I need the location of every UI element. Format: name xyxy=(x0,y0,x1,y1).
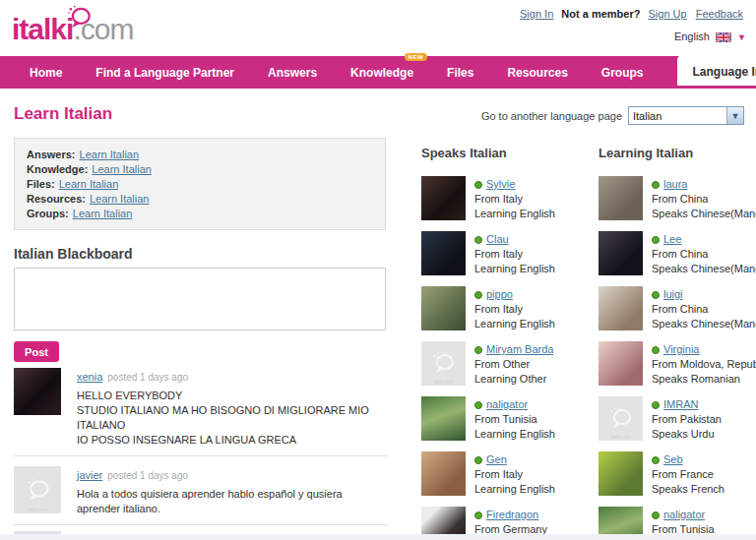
quick-link-groups[interactable]: Learn Italian xyxy=(73,208,133,219)
nav-item-knowledge[interactable]: KnowledgeNEW xyxy=(350,66,413,80)
language-page-selected: Italian xyxy=(629,110,662,122)
account-links: Sign In Not a member? Sign Up Feedback xyxy=(517,8,746,20)
site-logo[interactable]: italki.com xyxy=(12,6,133,53)
member-name-link[interactable]: pippo xyxy=(486,287,513,302)
post-author-link[interactable]: javier xyxy=(77,469,102,481)
member-name-link[interactable]: Miryam Barda xyxy=(486,342,553,357)
chevron-down-icon: ▼ xyxy=(737,32,746,42)
post-item: xeniaposted 1 days ago HELLO EVERYBODY S… xyxy=(14,368,388,456)
member-row: SebFrom FranceSpeaks French xyxy=(598,451,756,497)
avatar[interactable] xyxy=(421,176,466,220)
member-name-link[interactable]: Sylvie xyxy=(486,177,515,192)
member-name-link[interactable]: Firedragon xyxy=(486,508,538,522)
tab-language-index[interactable]: Language Index xyxy=(677,55,756,86)
member-detail: Learning English xyxy=(474,262,555,276)
member-from: From Tunisia xyxy=(474,412,555,427)
blackboard-compose-input[interactable] xyxy=(14,268,386,330)
post-timestamp: posted 1 days ago xyxy=(107,470,188,481)
member-from: From France xyxy=(652,467,724,482)
nav-item-groups[interactable]: Groups xyxy=(601,66,644,80)
member-name-link[interactable]: laura xyxy=(663,177,687,192)
member-from: From Pakistan xyxy=(652,412,722,427)
quick-link-category: Knowledge: xyxy=(27,163,88,175)
quick-link-row: Knowledge:Learn Italian xyxy=(27,162,373,177)
member-name-link[interactable]: Virginia xyxy=(663,342,700,357)
feedback-link[interactable]: Feedback xyxy=(696,8,743,20)
main-nav: Home Find a Language Partner Answers Kno… xyxy=(0,56,756,89)
member-from: From China xyxy=(652,247,756,262)
quick-link-row: Resources:Learn Italian xyxy=(27,192,373,207)
sign-in-link[interactable]: Sign In xyxy=(520,8,553,20)
post-meta: xeniaposted 1 days ago xyxy=(77,370,388,385)
online-status-icon xyxy=(652,346,660,354)
member-info: Miryam BardaFrom OtherLearning Other xyxy=(474,341,553,387)
member-name-link[interactable]: naligator xyxy=(663,508,705,522)
quick-link-resources[interactable]: Learn Italian xyxy=(90,193,150,205)
avatar[interactable] xyxy=(598,451,643,496)
member-detail: Learning English xyxy=(474,427,555,442)
avatar[interactable]: italki.com xyxy=(598,396,643,441)
nav-item-answers[interactable]: Answers xyxy=(268,66,317,80)
nav-item-resources[interactable]: Resources xyxy=(507,66,567,80)
site-language-label: English xyxy=(674,30,710,42)
online-status-icon xyxy=(474,236,482,244)
member-name-link[interactable]: Lee xyxy=(663,232,681,247)
avatar[interactable]: italki.com xyxy=(421,341,466,386)
avatar[interactable] xyxy=(421,231,466,275)
avatar[interactable]: italki.com xyxy=(14,466,61,513)
quick-link-row: Answers:Learn Italian xyxy=(27,148,373,162)
quick-link-category: Answers: xyxy=(27,149,76,160)
member-from: From China xyxy=(652,302,756,317)
member-detail: Learning English xyxy=(474,207,555,221)
placeholder-logo-text: italki.com xyxy=(598,434,643,440)
avatar[interactable] xyxy=(421,396,466,441)
goto-language: Go to another language page Italian ▼ xyxy=(481,106,744,125)
online-status-icon xyxy=(652,291,660,299)
avatar[interactable] xyxy=(598,176,643,220)
member-name-link[interactable]: Clau xyxy=(486,232,509,247)
avatar[interactable] xyxy=(598,286,643,330)
member-detail: Learning Other xyxy=(474,372,553,387)
quick-link-knowledge[interactable]: Learn Italian xyxy=(92,163,152,175)
member-name-link[interactable]: IMRAN xyxy=(663,397,698,412)
avatar[interactable] xyxy=(14,368,61,415)
avatar[interactable] xyxy=(598,341,643,386)
logo-brand: italki xyxy=(12,13,73,45)
post-button[interactable]: Post xyxy=(14,341,59,362)
member-name-link[interactable]: Gen xyxy=(486,452,507,467)
avatar[interactable] xyxy=(421,451,466,496)
nav-item-find-partner[interactable]: Find a Language Partner xyxy=(95,66,234,80)
learning-italian-column: Learning Italian lauraFrom ChinaSpeaks C… xyxy=(598,146,756,540)
member-row: italki.comIMRANFrom PakistanSpeaks Urdu xyxy=(598,396,756,442)
quick-link-answers[interactable]: Learn Italian xyxy=(80,149,140,160)
member-info: naligatorFrom TunisiaLearning English xyxy=(474,396,555,442)
online-status-icon xyxy=(652,511,660,519)
member-info: IMRANFrom PakistanSpeaks Urdu xyxy=(652,396,722,442)
nav-items: Home Find a Language Partner Answers Kno… xyxy=(0,56,756,89)
sign-up-link[interactable]: Sign Up xyxy=(648,8,686,20)
post-author-link[interactable]: xenia xyxy=(77,371,102,383)
post-meta: javierposted 1 days ago xyxy=(77,468,388,483)
speech-bubble-logo-icon xyxy=(67,4,93,26)
member-row: GenFrom ItalyLearning English xyxy=(421,451,584,497)
post-body: xeniaposted 1 days ago HELLO EVERYBODY S… xyxy=(77,368,388,448)
member-name-link[interactable]: naligator xyxy=(486,397,528,412)
member-row: SylvieFrom ItalyLearning English xyxy=(421,176,584,221)
online-status-icon xyxy=(652,181,660,189)
avatar[interactable] xyxy=(421,286,466,330)
goto-language-label: Go to another language page xyxy=(481,110,622,122)
quick-link-files[interactable]: Learn Italian xyxy=(59,178,119,190)
online-status-icon xyxy=(474,181,482,189)
nav-item-files[interactable]: Files xyxy=(447,66,473,80)
member-name-link[interactable]: luigi xyxy=(663,287,683,302)
avatar[interactable] xyxy=(598,231,643,275)
nav-item-home[interactable]: Home xyxy=(30,66,62,80)
select-arrow-icon[interactable]: ▼ xyxy=(726,107,743,124)
member-detail: Speaks Romanian xyxy=(652,372,756,387)
member-row: VirginiaFrom Moldova, RepubSpeaks Romani… xyxy=(598,341,756,387)
language-page-select[interactable]: Italian ▼ xyxy=(628,106,744,125)
speaks-italian-column: Speaks Italian SylvieFrom ItalyLearning … xyxy=(421,146,584,540)
site-language-selector[interactable]: English ▼ xyxy=(674,30,746,44)
member-name-link[interactable]: Seb xyxy=(663,452,683,467)
member-from: From China xyxy=(652,192,756,207)
